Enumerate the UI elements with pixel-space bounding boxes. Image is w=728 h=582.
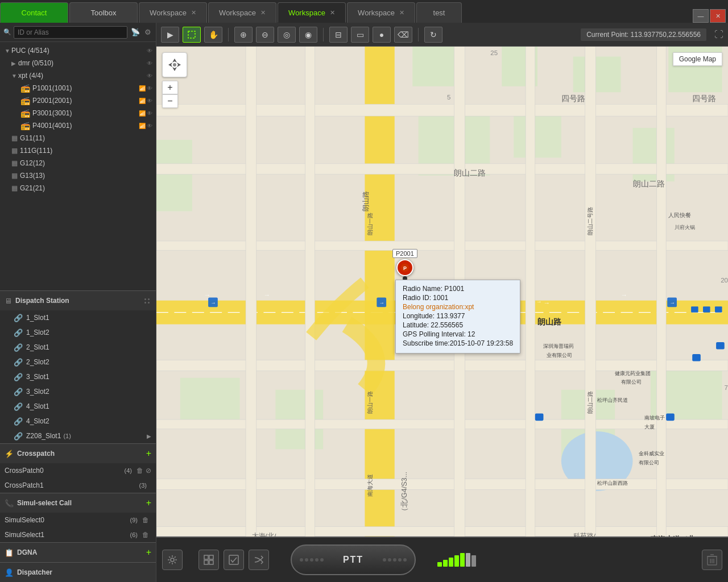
svg-text:25: 25 bbox=[490, 49, 498, 56]
tree-group-xpt[interactable]: ▼ xpt (4/4) 👁 bbox=[0, 69, 156, 82]
slot-1-slot1[interactable]: 🔗 1_Slot1 bbox=[0, 310, 156, 325]
tree-group-g11[interactable]: ▦ G11(11) bbox=[0, 132, 156, 144]
slot-2-slot1[interactable]: 🔗 2_Slot1 bbox=[0, 340, 156, 355]
identify-tool-button[interactable]: ◎ bbox=[278, 27, 296, 43]
puc-eye-icon[interactable]: 👁 bbox=[147, 48, 152, 54]
cp0-stop-icon[interactable]: ⊘ bbox=[146, 467, 151, 475]
tree-radio-p3001[interactable]: 📻 P3001(3001) 📶 👁 bbox=[0, 107, 156, 119]
p3001-eye-icon[interactable]: 👁 bbox=[147, 110, 152, 117]
dispatcher-section: 👤 Dispatcher bbox=[0, 562, 156, 582]
tab-workspace4[interactable]: Workspace ✕ bbox=[347, 2, 415, 23]
circle-tool-button[interactable]: ● bbox=[373, 27, 391, 43]
svg-text:深圳海普瑞药: 深圳海普瑞药 bbox=[543, 343, 574, 349]
crosspatch-item-1[interactable]: CrossPatch1 (3) bbox=[0, 478, 156, 493]
tab-workspace4-close[interactable]: ✕ bbox=[399, 9, 404, 16]
zoom-in-button[interactable]: + bbox=[162, 81, 178, 94]
minimize-button[interactable]: — bbox=[693, 9, 709, 23]
tree-radio-p1001[interactable]: 📻 P1001(1001) 📶 👁 bbox=[0, 82, 156, 94]
slot-z208-count: (1) bbox=[63, 433, 71, 439]
rectangle-tool-button[interactable]: ▭ bbox=[351, 27, 369, 43]
slot-4-slot2[interactable]: 🔗 4_Slot2 bbox=[0, 414, 156, 429]
trash-button[interactable] bbox=[702, 550, 722, 570]
svg-text:20: 20 bbox=[721, 277, 728, 284]
p2001-eye-icon[interactable]: 👁 bbox=[147, 98, 152, 104]
simul-item-1[interactable]: SimulSelect1 (6) 🗑 bbox=[0, 527, 156, 542]
tab-workspace2[interactable]: Workspace ✕ bbox=[208, 2, 276, 23]
svg-rect-17 bbox=[365, 47, 394, 537]
pointer-tool-button[interactable]: ▶ bbox=[161, 27, 179, 43]
tab-test[interactable]: test bbox=[416, 2, 462, 23]
ss1-delete-icon[interactable]: 🗑 bbox=[142, 531, 149, 539]
rss-filter-button[interactable]: 📡 bbox=[130, 27, 141, 38]
simul-select-header[interactable]: 📞 Simul-select Call + bbox=[0, 493, 156, 513]
tree-radio-p4001[interactable]: 📻 P4001(4001) 📶 👁 bbox=[0, 119, 156, 132]
crosspatch-header[interactable]: ⚡ Crosspatch + bbox=[0, 444, 156, 463]
tree-group-g13[interactable]: ▦ G13(13) bbox=[0, 169, 156, 182]
slot-z208-slot1[interactable]: 🔗 Z208_Slot1 (1) ▶ bbox=[0, 429, 156, 443]
settings-button[interactable] bbox=[162, 550, 183, 570]
simul-item-0[interactable]: SimulSelect0 (9) 🗑 bbox=[0, 513, 156, 527]
svg-marker-85 bbox=[177, 63, 181, 67]
map-area[interactable]: → → → → → 5 25 20 7 四号路 四号路 朗山二路 朗山二路 朗山… bbox=[156, 47, 728, 537]
crosspatch-item-0[interactable]: CrossPatch0 (4) 🗑 ⊘ bbox=[0, 463, 156, 478]
xpt-eye-icon[interactable]: 👁 bbox=[147, 73, 152, 79]
select-tool-button[interactable] bbox=[183, 27, 201, 43]
erase-tool-button[interactable]: ⌫ bbox=[394, 27, 412, 43]
svg-text:业有限公司: 业有限公司 bbox=[547, 352, 572, 358]
tab-workspace1[interactable]: Workspace ✕ bbox=[139, 2, 207, 23]
tab-contact[interactable]: Contact bbox=[0, 2, 68, 23]
dgna-add-button[interactable]: + bbox=[146, 547, 151, 558]
shuffle-button[interactable] bbox=[249, 550, 269, 570]
map-navigation-control[interactable] bbox=[162, 52, 187, 77]
refresh-tool-button[interactable]: ↻ bbox=[424, 27, 442, 43]
svg-text:→: → bbox=[210, 300, 216, 306]
grid-view-button[interactable] bbox=[198, 550, 219, 570]
contact-tree[interactable]: ▼ PUC (4/514) 👁 ▶ dmr (0/510) 👁 ▼ xpt (4… bbox=[0, 42, 156, 290]
dispatcher-header[interactable]: 👤 Dispatcher bbox=[0, 563, 156, 582]
search-input[interactable] bbox=[14, 26, 127, 39]
zoom-out-button[interactable]: − bbox=[162, 94, 178, 108]
dmr-eye-icon[interactable]: 👁 bbox=[147, 60, 152, 66]
measure-tool-button[interactable]: ⊟ bbox=[329, 27, 348, 43]
check-button[interactable] bbox=[224, 550, 244, 570]
ptt-button[interactable]: PTT bbox=[291, 544, 416, 575]
tree-group-puc[interactable]: ▼ PUC (4/514) 👁 bbox=[0, 44, 156, 57]
crosspatch-add-button[interactable]: + bbox=[146, 448, 151, 459]
dgna-header[interactable]: 📋 DGNA + bbox=[0, 543, 156, 562]
ss0-count: (9) bbox=[130, 517, 138, 523]
slot-2-slot2[interactable]: 🔗 2_Slot2 bbox=[0, 355, 156, 369]
gps-tool-button[interactable]: ◉ bbox=[299, 27, 317, 43]
slot-4-slot1[interactable]: 🔗 4_Slot1 bbox=[0, 399, 156, 414]
tab-toolbox[interactable]: Toolbox bbox=[69, 2, 138, 23]
tree-group-g12[interactable]: ▦ G12(12) bbox=[0, 157, 156, 169]
tree-group-dmr[interactable]: ▶ dmr (0/510) 👁 bbox=[0, 57, 156, 69]
close-button[interactable]: ✕ bbox=[710, 9, 726, 23]
google-map-button[interactable]: Google Map bbox=[673, 52, 722, 66]
p4001-eye-icon[interactable]: 👁 bbox=[147, 123, 152, 129]
tree-group-g21[interactable]: ▦ G21(21) bbox=[0, 182, 156, 194]
dispatch-station-section: 🖥 Dispatch Station 🔗 1_Slot1 🔗 1_Slot2 � bbox=[0, 290, 156, 443]
info-popup: Radio Name: P1001 Radio ID: 1001 Belong … bbox=[395, 280, 520, 354]
slot-3-slot2-label: 3_Slot2 bbox=[26, 388, 49, 396]
slot-1-slot2[interactable]: 🔗 1_Slot2 bbox=[0, 325, 156, 340]
fullscreen-button[interactable]: ⛶ bbox=[714, 30, 723, 40]
tab-workspace3-close[interactable]: ✕ bbox=[330, 9, 335, 16]
ss0-delete-icon[interactable]: 🗑 bbox=[142, 516, 149, 524]
zoom-out-tool-button[interactable]: ⊖ bbox=[256, 27, 274, 43]
p1001-eye-icon[interactable]: 👁 bbox=[147, 85, 152, 92]
filter-button[interactable]: ⚙ bbox=[143, 27, 152, 38]
zoom-in-tool-button[interactable]: ⊕ bbox=[234, 27, 253, 43]
tree-group-111g[interactable]: ▦ 111G(111) bbox=[0, 144, 156, 157]
marker-p2001[interactable]: P2001 P bbox=[392, 249, 417, 281]
slot-3-slot2[interactable]: 🔗 3_Slot2 bbox=[0, 384, 156, 399]
dispatch-station-header[interactable]: 🖥 Dispatch Station bbox=[0, 291, 156, 310]
tab-workspace1-close[interactable]: ✕ bbox=[191, 9, 196, 16]
tab-workspace2-close[interactable]: ✕ bbox=[260, 9, 266, 16]
pan-tool-button[interactable]: ✋ bbox=[204, 27, 222, 43]
cp0-delete-icon[interactable]: 🗑 bbox=[136, 467, 143, 475]
tab-workspace3[interactable]: Workspace ✕ bbox=[278, 2, 346, 23]
slot-3-slot1[interactable]: 🔗 3_Slot1 bbox=[0, 369, 156, 384]
slot-icon-7: 🔗 bbox=[14, 402, 23, 411]
tree-radio-p2001[interactable]: 📻 P2001(2001) 📶 👁 bbox=[0, 94, 156, 107]
simul-select-add-button[interactable]: + bbox=[146, 498, 151, 508]
